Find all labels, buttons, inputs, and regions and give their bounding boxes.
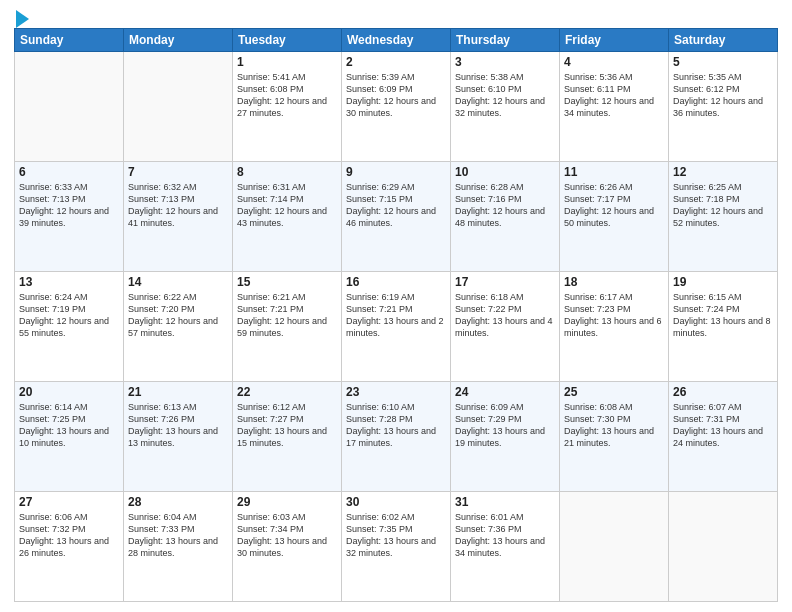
day-number: 5 (673, 55, 773, 69)
calendar-day-header: Monday (124, 29, 233, 52)
day-info: Sunrise: 5:35 AM Sunset: 6:12 PM Dayligh… (673, 71, 773, 120)
calendar-cell: 11Sunrise: 6:26 AM Sunset: 7:17 PM Dayli… (560, 162, 669, 272)
day-number: 26 (673, 385, 773, 399)
day-number: 13 (19, 275, 119, 289)
day-info: Sunrise: 6:17 AM Sunset: 7:23 PM Dayligh… (564, 291, 664, 340)
calendar-cell: 8Sunrise: 6:31 AM Sunset: 7:14 PM Daylig… (233, 162, 342, 272)
calendar-cell: 21Sunrise: 6:13 AM Sunset: 7:26 PM Dayli… (124, 382, 233, 492)
calendar-cell: 16Sunrise: 6:19 AM Sunset: 7:21 PM Dayli… (342, 272, 451, 382)
day-info: Sunrise: 6:06 AM Sunset: 7:32 PM Dayligh… (19, 511, 119, 560)
day-number: 24 (455, 385, 555, 399)
calendar-cell: 27Sunrise: 6:06 AM Sunset: 7:32 PM Dayli… (15, 492, 124, 602)
calendar-cell: 6Sunrise: 6:33 AM Sunset: 7:13 PM Daylig… (15, 162, 124, 272)
day-info: Sunrise: 6:08 AM Sunset: 7:30 PM Dayligh… (564, 401, 664, 450)
day-number: 16 (346, 275, 446, 289)
calendar-day-header: Tuesday (233, 29, 342, 52)
day-info: Sunrise: 6:29 AM Sunset: 7:15 PM Dayligh… (346, 181, 446, 230)
day-info: Sunrise: 6:33 AM Sunset: 7:13 PM Dayligh… (19, 181, 119, 230)
calendar-cell: 25Sunrise: 6:08 AM Sunset: 7:30 PM Dayli… (560, 382, 669, 492)
header (14, 10, 778, 24)
day-info: Sunrise: 6:21 AM Sunset: 7:21 PM Dayligh… (237, 291, 337, 340)
calendar-cell: 23Sunrise: 6:10 AM Sunset: 7:28 PM Dayli… (342, 382, 451, 492)
day-info: Sunrise: 6:26 AM Sunset: 7:17 PM Dayligh… (564, 181, 664, 230)
calendar-week-row: 27Sunrise: 6:06 AM Sunset: 7:32 PM Dayli… (15, 492, 778, 602)
calendar-cell: 18Sunrise: 6:17 AM Sunset: 7:23 PM Dayli… (560, 272, 669, 382)
calendar-cell: 19Sunrise: 6:15 AM Sunset: 7:24 PM Dayli… (669, 272, 778, 382)
calendar-cell (124, 52, 233, 162)
day-info: Sunrise: 6:22 AM Sunset: 7:20 PM Dayligh… (128, 291, 228, 340)
calendar-cell: 12Sunrise: 6:25 AM Sunset: 7:18 PM Dayli… (669, 162, 778, 272)
day-info: Sunrise: 5:39 AM Sunset: 6:09 PM Dayligh… (346, 71, 446, 120)
calendar-cell: 28Sunrise: 6:04 AM Sunset: 7:33 PM Dayli… (124, 492, 233, 602)
day-info: Sunrise: 6:31 AM Sunset: 7:14 PM Dayligh… (237, 181, 337, 230)
day-number: 28 (128, 495, 228, 509)
day-info: Sunrise: 6:10 AM Sunset: 7:28 PM Dayligh… (346, 401, 446, 450)
day-number: 11 (564, 165, 664, 179)
calendar-cell: 26Sunrise: 6:07 AM Sunset: 7:31 PM Dayli… (669, 382, 778, 492)
day-number: 27 (19, 495, 119, 509)
calendar-day-header: Wednesday (342, 29, 451, 52)
day-number: 7 (128, 165, 228, 179)
day-info: Sunrise: 6:13 AM Sunset: 7:26 PM Dayligh… (128, 401, 228, 450)
day-number: 21 (128, 385, 228, 399)
calendar-day-header: Saturday (669, 29, 778, 52)
day-info: Sunrise: 6:03 AM Sunset: 7:34 PM Dayligh… (237, 511, 337, 560)
calendar-cell: 7Sunrise: 6:32 AM Sunset: 7:13 PM Daylig… (124, 162, 233, 272)
day-info: Sunrise: 6:09 AM Sunset: 7:29 PM Dayligh… (455, 401, 555, 450)
day-number: 30 (346, 495, 446, 509)
day-number: 31 (455, 495, 555, 509)
calendar-week-row: 1Sunrise: 5:41 AM Sunset: 6:08 PM Daylig… (15, 52, 778, 162)
calendar-day-header: Thursday (451, 29, 560, 52)
calendar-cell: 31Sunrise: 6:01 AM Sunset: 7:36 PM Dayli… (451, 492, 560, 602)
day-info: Sunrise: 6:28 AM Sunset: 7:16 PM Dayligh… (455, 181, 555, 230)
day-number: 23 (346, 385, 446, 399)
day-number: 15 (237, 275, 337, 289)
day-info: Sunrise: 6:01 AM Sunset: 7:36 PM Dayligh… (455, 511, 555, 560)
calendar-cell: 14Sunrise: 6:22 AM Sunset: 7:20 PM Dayli… (124, 272, 233, 382)
day-number: 12 (673, 165, 773, 179)
day-number: 25 (564, 385, 664, 399)
day-info: Sunrise: 6:19 AM Sunset: 7:21 PM Dayligh… (346, 291, 446, 340)
day-number: 14 (128, 275, 228, 289)
calendar-cell (15, 52, 124, 162)
calendar-cell: 5Sunrise: 5:35 AM Sunset: 6:12 PM Daylig… (669, 52, 778, 162)
day-number: 1 (237, 55, 337, 69)
calendar-week-row: 6Sunrise: 6:33 AM Sunset: 7:13 PM Daylig… (15, 162, 778, 272)
calendar-cell: 2Sunrise: 5:39 AM Sunset: 6:09 PM Daylig… (342, 52, 451, 162)
calendar-cell (669, 492, 778, 602)
calendar-cell: 13Sunrise: 6:24 AM Sunset: 7:19 PM Dayli… (15, 272, 124, 382)
day-number: 6 (19, 165, 119, 179)
calendar-cell: 4Sunrise: 5:36 AM Sunset: 6:11 PM Daylig… (560, 52, 669, 162)
day-info: Sunrise: 6:02 AM Sunset: 7:35 PM Dayligh… (346, 511, 446, 560)
day-info: Sunrise: 6:12 AM Sunset: 7:27 PM Dayligh… (237, 401, 337, 450)
day-number: 22 (237, 385, 337, 399)
day-info: Sunrise: 5:41 AM Sunset: 6:08 PM Dayligh… (237, 71, 337, 120)
calendar-cell: 24Sunrise: 6:09 AM Sunset: 7:29 PM Dayli… (451, 382, 560, 492)
day-number: 17 (455, 275, 555, 289)
calendar-header-row: SundayMondayTuesdayWednesdayThursdayFrid… (15, 29, 778, 52)
day-number: 10 (455, 165, 555, 179)
logo-arrow-icon (16, 10, 29, 28)
day-info: Sunrise: 6:18 AM Sunset: 7:22 PM Dayligh… (455, 291, 555, 340)
calendar-cell (560, 492, 669, 602)
day-info: Sunrise: 6:25 AM Sunset: 7:18 PM Dayligh… (673, 181, 773, 230)
day-info: Sunrise: 5:36 AM Sunset: 6:11 PM Dayligh… (564, 71, 664, 120)
day-info: Sunrise: 6:24 AM Sunset: 7:19 PM Dayligh… (19, 291, 119, 340)
day-number: 18 (564, 275, 664, 289)
day-number: 2 (346, 55, 446, 69)
day-number: 20 (19, 385, 119, 399)
calendar-week-row: 20Sunrise: 6:14 AM Sunset: 7:25 PM Dayli… (15, 382, 778, 492)
calendar-cell: 30Sunrise: 6:02 AM Sunset: 7:35 PM Dayli… (342, 492, 451, 602)
day-info: Sunrise: 6:14 AM Sunset: 7:25 PM Dayligh… (19, 401, 119, 450)
day-number: 9 (346, 165, 446, 179)
calendar-cell: 10Sunrise: 6:28 AM Sunset: 7:16 PM Dayli… (451, 162, 560, 272)
day-number: 4 (564, 55, 664, 69)
calendar-table: SundayMondayTuesdayWednesdayThursdayFrid… (14, 28, 778, 602)
day-info: Sunrise: 6:04 AM Sunset: 7:33 PM Dayligh… (128, 511, 228, 560)
calendar-cell: 17Sunrise: 6:18 AM Sunset: 7:22 PM Dayli… (451, 272, 560, 382)
day-number: 29 (237, 495, 337, 509)
calendar-week-row: 13Sunrise: 6:24 AM Sunset: 7:19 PM Dayli… (15, 272, 778, 382)
day-info: Sunrise: 6:15 AM Sunset: 7:24 PM Dayligh… (673, 291, 773, 340)
calendar-cell: 9Sunrise: 6:29 AM Sunset: 7:15 PM Daylig… (342, 162, 451, 272)
day-info: Sunrise: 6:32 AM Sunset: 7:13 PM Dayligh… (128, 181, 228, 230)
